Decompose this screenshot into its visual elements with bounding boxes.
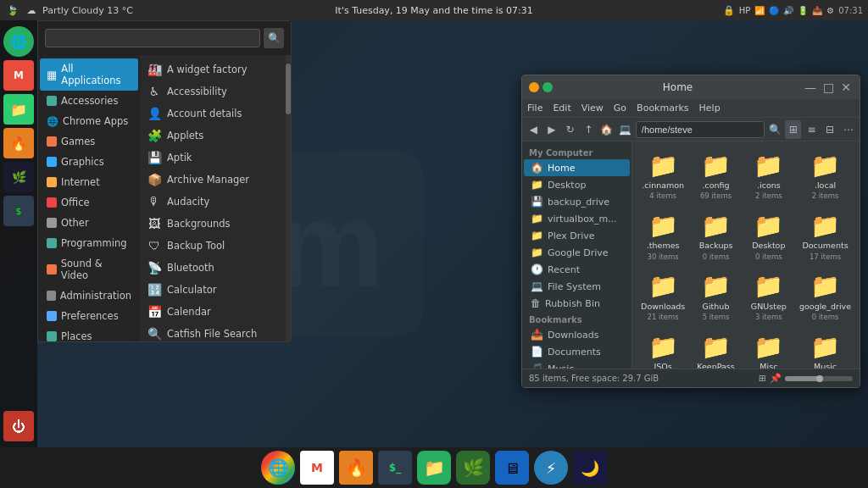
fm-icon-view-button[interactable]: ⊞ <box>785 120 801 139</box>
file-cinnamon[interactable]: 📁 .cinnamon 4 items <box>639 148 687 203</box>
cat-graphics[interactable]: Graphics <box>40 152 138 172</box>
cat-preferences[interactable]: Preferences <box>40 306 138 326</box>
cat-all-applications[interactable]: ▦ All Applications <box>40 58 138 91</box>
fm-win-restore-btn[interactable]: □ <box>821 80 836 94</box>
dock-mint[interactable]: 🌿 <box>456 451 490 485</box>
dock-gmail[interactable]: M <box>300 451 334 485</box>
sidebar-terminal[interactable]: $ <box>3 196 34 226</box>
file-desktop[interactable]: 📁 Desktop 0 items <box>745 208 793 263</box>
cat-accessories[interactable]: Accessories <box>40 91 138 111</box>
cat-chrome-apps[interactable]: 🌐 Chrome Apps <box>40 111 138 131</box>
file-keepass[interactable]: 📁 KeepPass 2 items <box>692 330 739 369</box>
file-google-drive[interactable]: 📁 google_drive 0 items <box>798 269 853 324</box>
app-calendar[interactable]: 📅 Calendar <box>140 301 286 323</box>
sidebar-gmail[interactable]: M <box>3 60 34 91</box>
app-bluetooth[interactable]: 📡 Bluetooth <box>140 257 286 279</box>
fm-more-button[interactable]: ⋯ <box>840 120 856 139</box>
cat-administration[interactable]: Administration <box>40 286 138 306</box>
fm-sidebar-google-drive[interactable]: 📁 Google Drive <box>524 244 630 261</box>
file-backups[interactable]: 📁 Backups 0 items <box>692 208 739 263</box>
file-config[interactable]: 📁 .config 69 items <box>692 148 739 203</box>
fm-zoom-thumb[interactable] <box>816 375 823 382</box>
fm-menu-go[interactable]: Go <box>614 103 626 114</box>
fm-menu-edit[interactable]: Edit <box>553 103 570 114</box>
dock-dark[interactable]: 🌙 <box>573 451 607 485</box>
app-backgrounds[interactable]: 🖼 Backgrounds <box>140 213 286 235</box>
file-downloads[interactable]: 📁 Downloads 21 items <box>639 269 687 324</box>
fm-sidebar-recent[interactable]: 🕐 Recent <box>524 261 630 278</box>
dock-bluetooth[interactable]: ⚡ <box>534 451 568 485</box>
app-list-scrollbar[interactable] <box>286 55 291 341</box>
fm-sidebar-filesystem[interactable]: 💻 File System <box>524 278 630 295</box>
app-backup-tool[interactable]: 🛡 Backup Tool <box>140 235 286 257</box>
fm-maximize-button[interactable] <box>542 82 553 92</box>
fm-search-button[interactable]: 🔍 <box>767 120 783 139</box>
mint-menu-icon[interactable]: 🍃 <box>5 3 20 18</box>
fm-compact-view-button[interactable]: ⊟ <box>822 120 838 139</box>
fm-sidebar-documents[interactable]: 📄 Documents <box>524 343 630 360</box>
app-applets[interactable]: 🧩 Applets <box>140 125 286 147</box>
fm-home-button[interactable]: 🏠 <box>599 120 615 139</box>
fm-forward-button[interactable]: ▶ <box>544 120 560 139</box>
file-documents[interactable]: 📁 Documents 17 items <box>798 208 853 263</box>
fm-reload-button[interactable]: ↻ <box>562 120 578 139</box>
cat-internet[interactable]: Internet <box>40 172 138 192</box>
sidebar-chrome[interactable]: 🌐 <box>3 26 34 57</box>
file-gnustep[interactable]: 📁 GNUstep 3 items <box>745 269 793 324</box>
app-search-button[interactable]: 🔍 <box>264 28 284 48</box>
fm-win-close-btn[interactable]: ✕ <box>839 80 853 94</box>
file-github[interactable]: 📁 Github 5 items <box>692 269 739 324</box>
sidebar-files[interactable]: 📁 <box>3 94 34 125</box>
fm-sidebar-downloads[interactable]: 📥 Downloads <box>524 326 630 343</box>
file-icons[interactable]: 📁 .icons 2 items <box>745 148 793 203</box>
fm-sidebar-music[interactable]: 🎵 Music <box>524 360 630 369</box>
cat-games[interactable]: Games <box>40 131 138 152</box>
fm-up-button[interactable]: ↑ <box>581 120 597 139</box>
app-audacity[interactable]: 🎙 Audacity <box>140 191 286 213</box>
cat-places[interactable]: Places <box>40 326 138 341</box>
app-accessibility[interactable]: ♿ Accessibility <box>140 80 286 103</box>
fm-sidebar-desktop[interactable]: 📁 Desktop <box>524 176 630 193</box>
fm-computer-button[interactable]: 💻 <box>617 120 633 139</box>
fm-sidebar-home[interactable]: 🏠 Home <box>524 159 630 176</box>
cat-sound-video[interactable]: Sound & Video <box>40 253 138 286</box>
fm-status-icon2[interactable]: 📌 <box>770 373 782 384</box>
dock-terminal[interactable]: $_ <box>378 451 412 485</box>
app-calculator[interactable]: 🔢 Calculator <box>140 279 286 301</box>
fm-address-bar[interactable] <box>636 121 765 138</box>
file-themes[interactable]: 📁 .themes 30 items <box>639 208 687 263</box>
fm-minimize-button[interactable] <box>529 82 539 92</box>
app-account-details[interactable]: 👤 Account details <box>140 103 286 125</box>
app-search-input[interactable] <box>45 29 260 47</box>
fm-sidebar-virtualbox[interactable]: 📁 virtualbox_m... <box>524 210 630 227</box>
cat-programming[interactable]: Programming <box>40 233 138 253</box>
file-misc[interactable]: 📁 Misc 1 item <box>745 330 793 369</box>
fm-sidebar-backup-drive[interactable]: 💾 backup_drive <box>524 193 630 210</box>
dock-flame[interactable]: 🔥 <box>339 451 373 485</box>
fm-menu-file[interactable]: File <box>527 103 542 114</box>
fm-sidebar-plex[interactable]: 📁 Plex Drive <box>524 227 630 244</box>
fm-menu-bookmarks[interactable]: Bookmarks <box>637 103 688 114</box>
sidebar-flame[interactable]: 🔥 <box>3 128 34 158</box>
sidebar-power[interactable]: ⏻ <box>3 411 34 441</box>
fm-menu-view[interactable]: View <box>581 103 604 114</box>
sidebar-dark1[interactable]: 🌿 <box>3 162 34 192</box>
dock-chrome[interactable]: 🌐 <box>261 451 295 485</box>
app-aptik[interactable]: 💾 Aptik <box>140 147 286 169</box>
fm-status-icon1[interactable]: ⊞ <box>759 373 766 384</box>
dock-virtualbox[interactable]: 🖥 <box>495 451 529 485</box>
fm-back-button[interactable]: ◀ <box>526 120 542 139</box>
fm-list-view-button[interactable]: ≡ <box>804 120 820 139</box>
file-local[interactable]: 📁 .local 2 items <box>798 148 853 203</box>
fm-sidebar-trash[interactable]: 🗑 Rubbish Bin <box>524 295 630 312</box>
app-widget-factory[interactable]: 🏭 A widget factory <box>140 58 286 80</box>
fm-menu-help[interactable]: Help <box>699 103 721 114</box>
app-archive-manager[interactable]: 📦 Archive Manager <box>140 169 286 191</box>
app-list-scrollbar-thumb[interactable] <box>286 64 291 114</box>
fm-win-minimize-btn[interactable]: — <box>803 80 818 94</box>
fm-zoom-slider[interactable] <box>785 376 853 381</box>
dock-files[interactable]: 📁 <box>417 451 451 485</box>
app-catfish[interactable]: 🔍 Catfish File Search <box>140 323 286 341</box>
file-isos[interactable]: 📁 ISOs 17 items <box>639 330 687 369</box>
cat-other[interactable]: Other <box>40 213 138 233</box>
